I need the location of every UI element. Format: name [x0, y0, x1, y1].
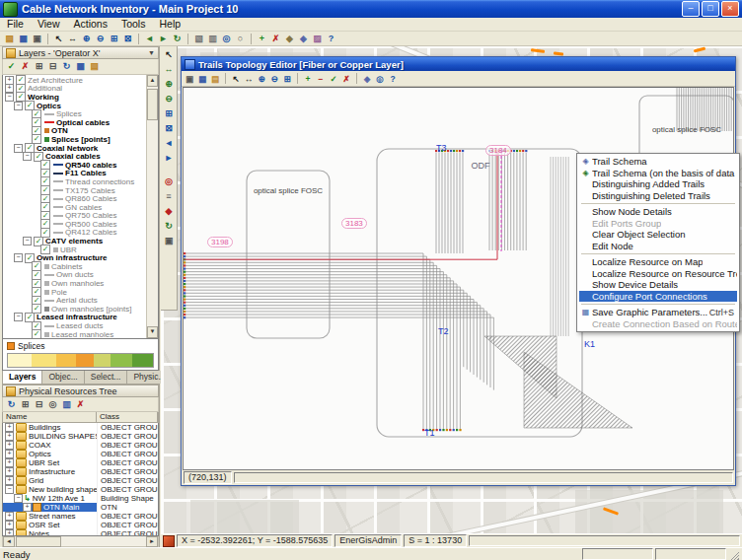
layer-item-qr860-cables[interactable]: ✓QR860 Cables — [3, 194, 158, 203]
node-label-3184[interactable]: 3184 — [485, 145, 511, 156]
collapse-all-icon[interactable]: ⊟ — [46, 60, 59, 73]
pan-mode-icon[interactable]: ↔ — [243, 73, 255, 85]
scroll-up-icon[interactable]: ▲ — [147, 75, 158, 87]
trail-schema-icon[interactable]: ◈ — [361, 73, 373, 85]
context-item-show-device-details[interactable]: Show Device Details — [579, 279, 737, 291]
prev-view-tool-icon[interactable]: ◄ — [162, 137, 176, 150]
report-icon[interactable]: ▨ — [311, 33, 324, 45]
delete-object-icon[interactable]: ✗ — [269, 33, 282, 45]
node-label-t3[interactable]: T3 — [436, 143, 447, 153]
context-item-show-node-details[interactable]: Show Node Details — [579, 206, 737, 218]
zoom-in-tool-icon[interactable]: ⊕ — [162, 78, 176, 91]
select-mode-icon[interactable]: ↖ — [230, 73, 242, 85]
help-icon[interactable]: ? — [325, 33, 337, 45]
collapse-toggle[interactable]: − — [23, 237, 32, 245]
context-item-edit-node[interactable]: Edit Node — [579, 241, 737, 252]
scroll-left-icon[interactable]: ◄ — [3, 536, 15, 547]
layer-settings-icon[interactable]: ▤ — [88, 60, 101, 73]
save-layers-icon[interactable]: ▦ — [74, 60, 87, 73]
collapse-toggle[interactable]: − — [14, 313, 23, 321]
full-extent-tool-icon[interactable]: ⊠ — [162, 122, 176, 135]
column-header-name[interactable]: Name — [3, 412, 97, 422]
zoom-out-schema-icon[interactable]: ⊖ — [268, 73, 280, 85]
add-object-icon[interactable]: + — [256, 33, 268, 45]
resource-row-ubr-set[interactable]: +UBR SetOBJECT GROUP — [3, 458, 158, 467]
layer-item-catv-elements[interactable]: −✓CATV elements — [3, 237, 158, 245]
layer-item-f11-cables[interactable]: ✓F11 Cables — [3, 170, 158, 178]
refresh-tree-icon[interactable]: ↻ — [5, 398, 18, 411]
print-map-icon[interactable]: ▣ — [162, 235, 176, 247]
save-schema-icon[interactable]: ▦ — [196, 73, 208, 85]
expand-node-icon[interactable]: ⊞ — [19, 398, 32, 411]
resources-hscrollbar[interactable]: ◄ ► — [2, 536, 159, 547]
scroll-right-icon[interactable]: ► — [146, 536, 158, 547]
expand-toggle[interactable]: + — [5, 432, 14, 441]
node-label-k1[interactable]: K1 — [584, 339, 595, 349]
resource-row-osr-set[interactable]: +OSR SetOBJECT GROUP — [3, 521, 158, 529]
find-resource-icon[interactable]: ◎ — [46, 398, 59, 411]
layer-item-qr750-cables[interactable]: ✓QR750 Cables — [3, 212, 158, 221]
full-extent-icon[interactable]: ⊠ — [121, 33, 134, 45]
expand-toggle[interactable]: + — [5, 476, 14, 485]
layer-item-additional[interactable]: +✓Additional — [3, 85, 158, 94]
layer-item-cabinets[interactable]: ✓Cabinets — [3, 262, 158, 271]
layer-item-zet-architecture[interactable]: +✓Zet Architecture — [3, 76, 158, 85]
resource-row-new-building-shapes[interactable]: −New building shapesOBJECT GROUP — [3, 485, 158, 494]
select-icon[interactable]: ↖ — [52, 33, 65, 45]
layer-item-optics[interactable]: −✓Optics — [3, 102, 158, 110]
uncheck-all-icon[interactable]: ✗ — [19, 60, 32, 73]
tab-layers[interactable]: Layers — [3, 371, 42, 384]
layer-item-qr500-cables[interactable]: ✓QR500 Cables — [3, 220, 158, 229]
context-item-trail-schema[interactable]: ◈Trail Schema — [579, 156, 737, 168]
resource-row-nw-12th-ave-1[interactable]: −↳NW 12th Ave 1Building Shape — [3, 494, 158, 503]
context-item-localize-resource-on-map[interactable]: Localize Resource on Map — [579, 256, 737, 268]
expand-toggle[interactable]: + — [5, 423, 14, 432]
resource-row-buildings[interactable]: +BuildingsOBJECT GROUP — [3, 423, 158, 432]
chevron-down-icon[interactable]: ▼ — [148, 49, 155, 56]
minimize-button[interactable]: – — [682, 1, 700, 17]
layer-item-tx175-cables[interactable]: ✓TX175 Cables — [3, 186, 158, 195]
menu-view[interactable]: View — [31, 18, 67, 31]
pan-tool-icon[interactable]: ↔ — [162, 63, 176, 76]
find-icon[interactable]: ○ — [234, 33, 247, 45]
layer-item-splices[interactable]: ✓Splices — [3, 109, 158, 118]
layer-item-thread-connections[interactable]: ✓Thread connections — [3, 177, 158, 186]
layer-item-own-manholes[interactable]: ✓Own manholes — [3, 279, 158, 288]
info-icon[interactable]: ◎ — [220, 33, 233, 45]
layer-item-own-ducts[interactable]: ✓Own ducts — [3, 271, 158, 280]
layer-item-coaxial-cables[interactable]: −✓Coaxial cables — [3, 152, 158, 161]
expand-toggle[interactable]: + — [23, 503, 32, 512]
delete-resource-icon[interactable]: ✗ — [74, 398, 87, 411]
context-item-clear-object-selection[interactable]: Clear Object Selection — [579, 229, 737, 241]
context-item-save-graphic-parameters[interactable]: ▦Save Graphic Parameters...Ctrl+S — [579, 307, 737, 318]
layer-item-qr540-cables[interactable]: ✓QR540 cables — [3, 161, 158, 170]
menu-file[interactable]: File — [0, 18, 31, 31]
node-info-icon[interactable]: ◎ — [374, 73, 386, 85]
collapse-node-icon[interactable]: ⊟ — [33, 398, 45, 411]
context-item-localize-resource-on-resource-tree[interactable]: Localize Resource on Resource Tree — [579, 268, 737, 280]
expand-toggle[interactable]: + — [5, 441, 14, 450]
collapse-toggle[interactable]: − — [14, 494, 23, 503]
resource-row-grid[interactable]: +GridOBJECT GROUP — [3, 476, 158, 485]
collapse-toggle[interactable]: − — [23, 152, 32, 161]
schema-help-icon[interactable]: ? — [387, 73, 399, 85]
resource-row-street-names[interactable]: +Street namesOBJECT GROUP — [3, 512, 158, 521]
layer-item-leased-manholes[interactable]: ✓Leased manholes — [3, 330, 158, 339]
print-icon[interactable]: ▣ — [31, 33, 43, 45]
zoom-window-icon[interactable]: ⊞ — [108, 33, 120, 45]
expand-all-icon[interactable]: ⊞ — [33, 60, 45, 73]
collapse-toggle[interactable]: − — [14, 144, 23, 153]
collapse-toggle[interactable]: − — [14, 102, 23, 110]
expand-toggle[interactable]: + — [5, 458, 14, 467]
locate-tool-icon[interactable]: ◆ — [162, 205, 176, 218]
remove-trail-icon[interactable]: − — [315, 73, 327, 85]
context-item-distinguishing-added-trails[interactable]: Distinguishing Added Trails — [579, 178, 737, 190]
zoom-rect-tool-icon[interactable]: ⊞ — [162, 107, 176, 120]
zoom-out-icon[interactable]: ⊖ — [94, 33, 107, 45]
zoom-in-schema-icon[interactable]: ⊕ — [256, 73, 267, 85]
select-tool-icon[interactable]: ↖ — [162, 48, 176, 61]
scroll-thumb[interactable] — [16, 536, 61, 547]
expand-toggle[interactable]: + — [5, 467, 14, 476]
export-schema-icon[interactable]: ▤ — [209, 73, 221, 85]
properties-icon[interactable]: ◆ — [283, 33, 296, 45]
